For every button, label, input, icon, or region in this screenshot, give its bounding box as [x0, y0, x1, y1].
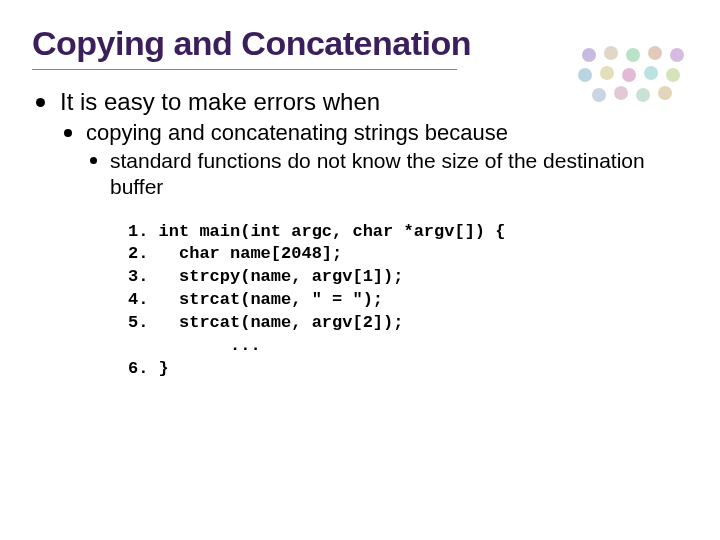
bullet-l1: It is easy to make errors when copying a… [32, 88, 688, 201]
bullet-l3-text: standard functions do not know the size … [110, 149, 645, 198]
slide-title: Copying and Concatenation [32, 24, 688, 63]
code-block: 1. int main(int argc, char *argv[]) { 2.… [128, 221, 688, 382]
title-underline [32, 69, 457, 70]
bullet-l3: standard functions do not know the size … [86, 148, 688, 201]
slide: Copying and Concatenation It is easy to … [0, 0, 720, 540]
bullet-list: It is easy to make errors when copying a… [32, 88, 688, 201]
bullet-l2: copying and concatenating strings becaus… [60, 120, 688, 201]
bullet-l2-text: copying and concatenating strings becaus… [86, 120, 508, 145]
bullet-l1-text: It is easy to make errors when [60, 88, 380, 115]
